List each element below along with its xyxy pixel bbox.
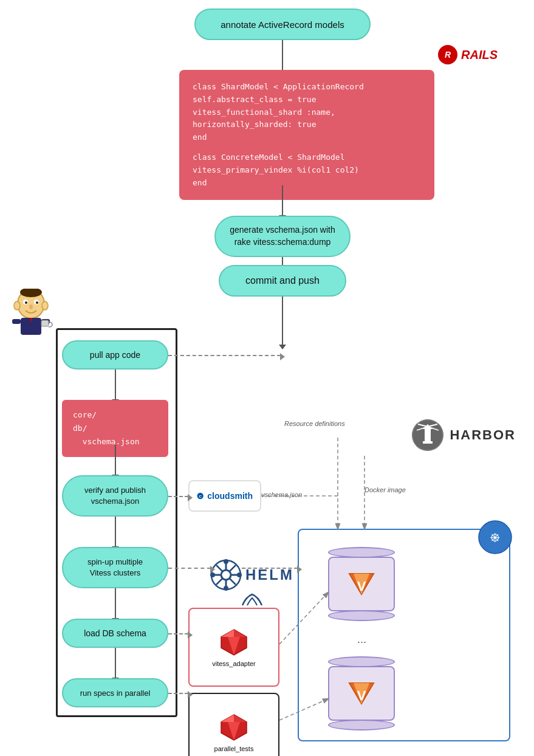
arrow-code-to-generate (282, 185, 283, 216)
arrow-load-to-specs (115, 648, 116, 678)
vitess-cylinder-1: V (328, 547, 395, 621)
svg-text:R: R (445, 50, 451, 60)
helm-text: HELM (245, 566, 294, 583)
code-line4: end (193, 131, 421, 144)
main-diagram: R RAILS annotate ActiveRecord models cla… (0, 0, 534, 756)
svg-point-46 (237, 572, 242, 577)
harbor-text: HARBOR (450, 427, 516, 443)
svg-point-45 (210, 572, 215, 577)
helm-logo: HELM (210, 559, 294, 607)
dashed-commit-to-pull (168, 355, 281, 356)
jenkins-character (9, 289, 53, 337)
svg-text:V: V (357, 579, 366, 594)
harbor-icon (412, 419, 443, 451)
commit-pill: commit and push (219, 265, 346, 297)
svg-point-8 (29, 304, 33, 309)
svg-point-33 (221, 570, 231, 580)
run-specs-pill: run specs in parallel (62, 678, 168, 707)
cloudsmith-label: cloudsmith (207, 491, 253, 501)
cloudsmith-box: C cloudsmith (188, 480, 261, 512)
svg-point-10 (42, 301, 48, 310)
parallel-tests-box: parallel_tests (188, 693, 279, 756)
code-box: class ShardModel < ApplicationRecord sel… (179, 70, 434, 200)
arrow-annotate-to-code (282, 40, 283, 70)
svg-rect-14 (41, 320, 49, 326)
resource-def-label: Resource definitions (284, 419, 345, 428)
code-line8: end (193, 177, 421, 190)
dashed-verify-to-cloudsmith (168, 496, 188, 497)
svg-text:C: C (199, 494, 202, 498)
generate-label: generate vschema.json with rake vitess:s… (230, 224, 335, 248)
code-spacer (193, 144, 421, 151)
helm-icon (210, 559, 242, 591)
svg-line-41 (230, 565, 236, 571)
svg-point-44 (224, 586, 228, 591)
vitess-adapter-label: vitess_adapter (212, 660, 256, 667)
docker-image-label: Docker image (365, 486, 406, 493)
code-line2: self.abstract_class = true (193, 94, 421, 106)
kubernetes-icon: ⎈ (478, 520, 512, 554)
svg-point-7 (36, 301, 38, 304)
svg-point-43 (224, 559, 228, 564)
files-line2: db/ (73, 422, 157, 435)
svg-rect-20 (423, 441, 433, 444)
code-line1: class ShardModel < ApplicationRecord (193, 81, 421, 94)
code-line7: vitess_primary_vindex %i(col1 col2) (193, 164, 421, 177)
spinup-label: spin-up multiple Vitess clusters (87, 557, 143, 579)
arrow-spinup-to-load (115, 588, 116, 619)
svg-rect-18 (425, 429, 431, 441)
vitess-cylinder-2: V (328, 656, 395, 730)
dashed-spinup-to-helm (168, 568, 211, 569)
code-line3: vitess_functional_shard :name, horizonta… (193, 106, 421, 132)
arrow-files-to-verify (115, 445, 116, 475)
spinup-pill: spin-up multiple Vitess clusters (62, 547, 168, 588)
svg-line-42 (216, 579, 222, 585)
dashed-load-to-vitess (168, 633, 188, 634)
svg-line-40 (230, 579, 236, 585)
verify-label: verify and publish vschema.json (84, 485, 146, 507)
generate-pill: generate vschema.json with rake vitess:s… (214, 216, 351, 257)
pull-app-pill: pull app code (62, 340, 168, 369)
svg-rect-12 (12, 319, 21, 324)
ruby-gem-icon (217, 627, 251, 658)
load-db-pill: load DB schema (62, 619, 168, 648)
svg-text:⎈: ⎈ (490, 527, 500, 546)
annotate-pill: annotate ActiveRecord models (194, 9, 371, 40)
jenkins-box (56, 328, 177, 717)
vitess-adapter-box: vitess_adapter (188, 608, 279, 687)
dashed-helm-to-kube (242, 568, 298, 569)
harbor-logo: HARBOR (412, 419, 516, 451)
svg-point-9 (14, 301, 20, 310)
rails-text: RAILS (461, 48, 498, 62)
dashed-specs-to-parallel (168, 693, 188, 694)
arrow-pull-to-files (115, 369, 116, 400)
files-line1: core/ (73, 408, 157, 422)
arrow-verify-to-spinup (115, 517, 116, 547)
svg-point-6 (25, 301, 27, 304)
arrow-commit-to-pull (282, 297, 283, 345)
code-line6: class ConcreteModel < ShardModel (193, 151, 421, 164)
vschema-label: vschema.json (261, 491, 302, 498)
svg-text:V: V (357, 688, 366, 703)
svg-line-39 (216, 565, 222, 571)
ruby-gem-icon-2 (217, 712, 251, 743)
parallel-tests-label: parallel_tests (214, 745, 254, 752)
helm-decoration (236, 592, 268, 607)
verify-pill: verify and publish vschema.json (62, 475, 168, 517)
vitess-dots: ... (357, 633, 366, 646)
rails-logo: R RAILS (437, 44, 498, 66)
